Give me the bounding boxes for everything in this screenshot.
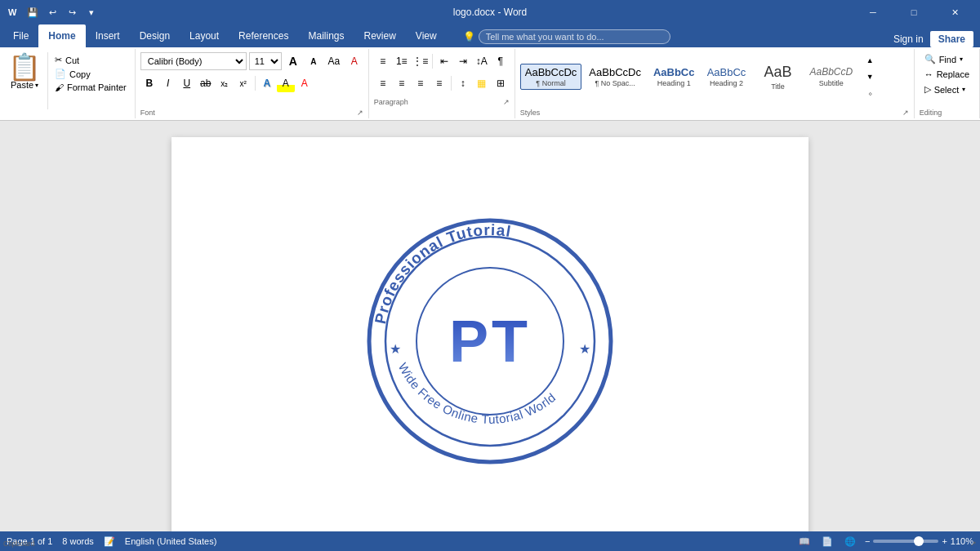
cut-icon: ✂ (55, 55, 62, 65)
line-spacing-button[interactable]: ↕ (454, 74, 472, 92)
format-painter-button[interactable]: 🖌 Format Painter (51, 82, 130, 93)
paragraph-group-label: Paragraph (374, 98, 408, 106)
increase-font-button[interactable]: A (284, 52, 302, 70)
save-qa-button[interactable]: 💾 (24, 4, 41, 20)
style-no-spacing[interactable]: AaBbCcDc ¶ No Spac... (584, 64, 646, 91)
bullets-button[interactable]: ≡ (374, 52, 392, 70)
styles-expand-icon[interactable]: ↗ (902, 109, 909, 117)
font-family-select[interactable]: Calibri (Body) (140, 52, 247, 70)
replace-button[interactable]: ↔ Replace (920, 68, 974, 81)
tab-view[interactable]: View (406, 24, 447, 47)
font-group: Calibri (Body) 11 A A Aa A B I U ab x₂ x… (136, 49, 369, 118)
font-size-select[interactable]: 11 (249, 52, 282, 70)
tab-home[interactable]: Home (38, 24, 85, 47)
underline-button[interactable]: U (178, 74, 196, 92)
tab-review[interactable]: Review (354, 24, 405, 47)
tab-insert[interactable]: Insert (86, 24, 130, 47)
align-center-button[interactable]: ≡ (393, 74, 411, 92)
tab-layout[interactable]: Layout (180, 24, 229, 47)
logo-letters: PT (449, 309, 531, 374)
title-bar-right: ─ □ ✕ (854, 0, 973, 24)
superscript-button[interactable]: x² (234, 74, 252, 92)
clipboard-expand-icon[interactable]: ↗ (970, 540, 977, 548)
tab-mailings[interactable]: Mailings (298, 24, 354, 47)
star-right: ★ (579, 342, 590, 356)
styles-scroll-down-button[interactable]: ▼ (861, 69, 879, 85)
select-button[interactable]: ▷ Select ▾ (920, 82, 974, 96)
italic-button[interactable]: I (159, 74, 177, 92)
sort-button[interactable]: ↕A (473, 52, 491, 70)
decrease-font-button[interactable]: A (305, 52, 323, 70)
formatting-row: B I U ab x₂ x² A A A (140, 74, 314, 92)
logo-svg: Professional Tutorial ★ ★ Wide Free Onli… (359, 211, 621, 472)
sign-in-button[interactable]: Sign in (893, 33, 924, 45)
paste-label: Paste ▾ (11, 80, 38, 90)
styles-container: AaBbCcDc ¶ Normal AaBbCcDc ¶ No Spac... … (520, 52, 879, 101)
clipboard-items: ✂ Cut 📄 Copy 🖌 Format Painter (48, 52, 133, 118)
style-heading1-preview: AaBbCc (653, 66, 695, 80)
highlight-color-button[interactable]: A (277, 74, 295, 92)
numbering-button[interactable]: 1≡ (393, 52, 411, 70)
styles-more-button[interactable]: ⬦ (861, 85, 879, 101)
style-heading1[interactable]: AaBbCc Heading 1 (648, 64, 700, 91)
styles-group: AaBbCcDc ¶ Normal AaBbCcDc ¶ No Spac... … (515, 49, 915, 118)
tab-design[interactable]: Design (130, 24, 180, 47)
ribbon: 📋 Paste ▾ ✂ Cut 📄 Copy 🖌 Format Painter … (0, 47, 980, 121)
style-normal[interactable]: AaBbCcDc ¶ Normal (520, 64, 582, 91)
paragraph-expand-icon[interactable]: ↗ (503, 98, 510, 106)
customize-qa-button[interactable]: ▾ (83, 4, 100, 20)
bold-button[interactable]: B (140, 74, 158, 92)
style-no-spacing-preview: AaBbCcDc (589, 66, 641, 80)
copy-button[interactable]: 📄 Copy (51, 68, 130, 80)
show-formatting-button[interactable]: ¶ (492, 52, 510, 70)
change-case-button[interactable]: Aa (325, 52, 343, 70)
styles-list: AaBbCcDc ¶ Normal AaBbCcDc ¶ No Spac... … (520, 60, 858, 92)
subscript-button[interactable]: x₂ (216, 74, 234, 92)
style-subtitle-label: Subtitle (819, 79, 844, 87)
multilevel-list-button[interactable]: ⋮≡ (412, 52, 430, 70)
borders-button[interactable]: ⊞ (492, 74, 510, 92)
read-mode-button[interactable]: 📖 (796, 533, 813, 549)
find-button[interactable]: 🔍 Find ▾ (920, 52, 974, 66)
style-title[interactable]: AaB Title (753, 60, 802, 92)
tab-file[interactable]: File (3, 24, 38, 47)
style-title-preview: AaB (764, 63, 791, 82)
undo-qa-button[interactable]: ↩ (44, 4, 60, 20)
styles-scroll-up-button[interactable]: ▲ (861, 52, 879, 69)
strikethrough-button[interactable]: ab (197, 74, 215, 92)
clipboard-group: 📋 Paste ▾ ✂ Cut 📄 Copy 🖌 Format Painter … (0, 49, 136, 118)
cut-button[interactable]: ✂ Cut (51, 54, 130, 66)
paste-button[interactable]: 📋 Paste ▾ (2, 52, 47, 118)
print-layout-button[interactable]: 📄 (819, 533, 835, 549)
tab-references[interactable]: References (229, 24, 298, 47)
copy-icon: 📄 (55, 69, 66, 79)
replace-icon: ↔ (924, 69, 933, 79)
paragraph-group: ≡ 1≡ ⋮≡ ⇤ ⇥ ↕A ¶ ≡ ≡ ≡ ≡ ↕ ▦ ⊞ Paragraph (369, 49, 515, 118)
text-effects-button[interactable]: A (258, 74, 276, 92)
style-subtitle[interactable]: AaBbCcD Subtitle (804, 64, 858, 90)
web-layout-button[interactable]: 🌐 (842, 533, 858, 549)
minimize-button[interactable]: ─ (854, 0, 892, 24)
zoom-thumb (914, 536, 924, 546)
select-icon: ▷ (924, 84, 931, 95)
format-painter-icon: 🖌 (55, 82, 64, 92)
align-left-button[interactable]: ≡ (374, 74, 392, 92)
increase-indent-button[interactable]: ⇥ (454, 52, 472, 70)
maximize-button[interactable]: □ (895, 0, 933, 24)
align-right-button[interactable]: ≡ (412, 74, 430, 92)
font-expand-icon[interactable]: ↗ (357, 109, 363, 117)
redo-qa-button[interactable]: ↪ (64, 4, 80, 20)
clear-formatting-button[interactable]: A (345, 52, 363, 70)
shading-button[interactable]: ▦ (473, 74, 491, 92)
share-button[interactable]: Share (930, 31, 973, 47)
zoom-slider[interactable] (873, 540, 938, 543)
justify-button[interactable]: ≡ (430, 74, 448, 92)
style-heading2[interactable]: AaBbCc Heading 2 (702, 64, 751, 91)
tell-me-input[interactable]: Tell me what you want to do... (479, 29, 670, 44)
word-icon: W (7, 6, 20, 19)
decrease-indent-button[interactable]: ⇤ (435, 52, 453, 70)
close-button[interactable]: ✕ (936, 0, 973, 24)
font-color-button[interactable]: A (296, 74, 314, 92)
editing-buttons: 🔍 Find ▾ ↔ Replace ▷ Select ▾ (920, 52, 974, 96)
editing-group: 🔍 Find ▾ ↔ Replace ▷ Select ▾ Editing (915, 49, 980, 118)
